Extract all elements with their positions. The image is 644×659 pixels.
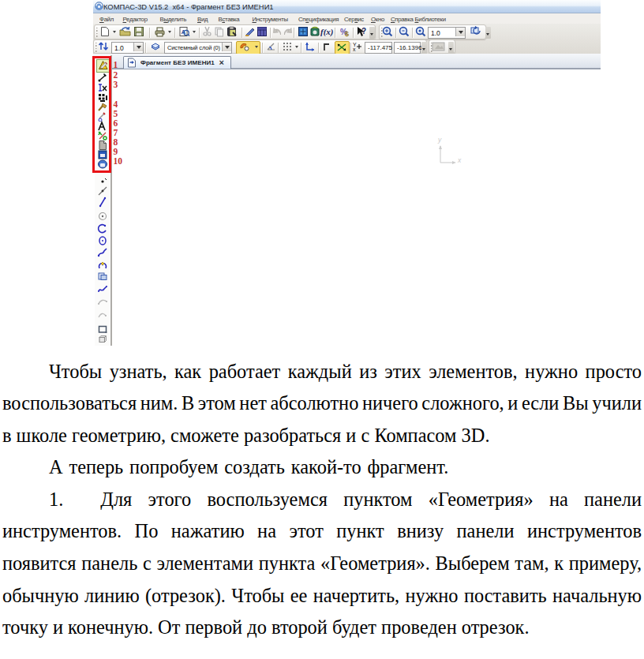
svg-text:?: ? (361, 27, 366, 36)
svg-text:$: $ (345, 30, 349, 37)
svg-text:x: x (457, 156, 462, 164)
svg-text:f(x): f(x) (320, 27, 334, 37)
svg-text:y: y (437, 136, 442, 144)
svg-text:x: x (353, 47, 356, 52)
